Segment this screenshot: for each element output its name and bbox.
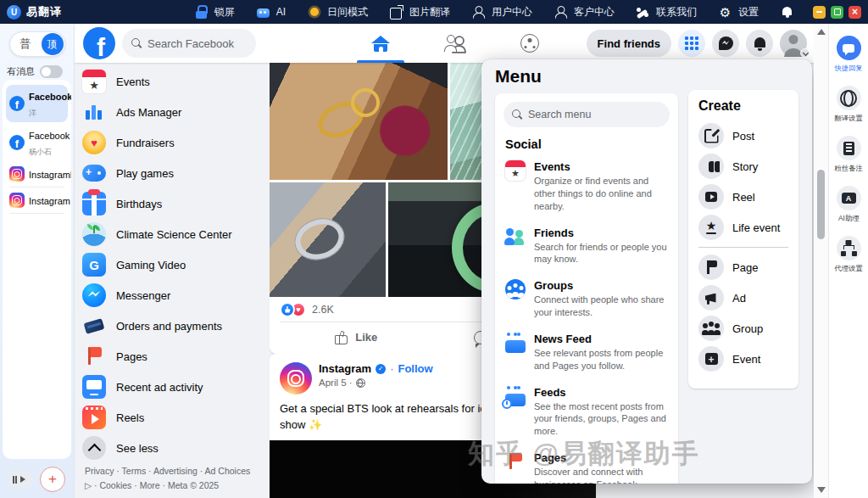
ai-assistant-button[interactable]: AI助理: [829, 186, 868, 224]
create-life-event[interactable]: Life event: [698, 212, 788, 243]
fan-notes-button[interactable]: 粉丝备注: [829, 136, 868, 174]
create-group[interactable]: Group: [698, 313, 788, 344]
create-event[interactable]: Event: [698, 344, 788, 374]
create-reel[interactable]: Reel: [698, 182, 788, 212]
notifications-button[interactable]: [780, 5, 794, 20]
nav-item-events[interactable]: Events: [75, 66, 270, 97]
account-item-facebook-1[interactable]: Facebook洋: [6, 85, 68, 122]
menu-section-social: Social: [505, 137, 668, 151]
story-book-icon: [698, 154, 724, 179]
nav-item-see-less[interactable]: See less: [75, 433, 270, 463]
tab-home[interactable]: [354, 24, 407, 63]
translate-settings-button[interactable]: 翻译设置: [829, 86, 868, 124]
nav-item-birthdays[interactable]: Birthdays: [75, 188, 270, 219]
menu-item-events[interactable]: EventsOrganize or find events and other …: [504, 153, 670, 219]
create-ad[interactable]: Ad: [698, 283, 788, 313]
nav-item-messenger[interactable]: Messenger: [75, 280, 270, 311]
day-mode-button[interactable]: 日间模式: [307, 5, 368, 20]
mode-top-tab[interactable]: 顶: [42, 33, 64, 55]
ai-button[interactable]: AI: [256, 5, 286, 20]
facebook-search[interactable]: [122, 29, 256, 58]
post-author[interactable]: Instagram: [319, 362, 371, 375]
star-stand-icon: [698, 215, 724, 240]
like-button[interactable]: Like: [280, 324, 433, 350]
quick-reply-button[interactable]: 快捷回复: [829, 36, 868, 74]
menu-item-groups[interactable]: GroupsConnect with people who share your…: [504, 271, 670, 325]
user-center-button[interactable]: 用户中心: [471, 5, 532, 20]
create-post[interactable]: Post: [698, 120, 788, 151]
account-item-facebook-2[interactable]: Facebook杨小石: [6, 124, 68, 161]
maximize-button[interactable]: [831, 6, 843, 19]
menu-item-friends[interactable]: FriendsSearch for friends or people you …: [504, 219, 670, 272]
proxy-settings-button[interactable]: 代理设置: [829, 236, 868, 274]
gear-icon: [718, 5, 732, 20]
settings-button[interactable]: 设置: [718, 5, 759, 20]
nav-item-gaming-video[interactable]: Gaming Video: [75, 249, 270, 280]
find-friends-button[interactable]: Find friends: [587, 30, 671, 57]
instagram-icon: [9, 193, 25, 208]
account-avatar-button[interactable]: [780, 30, 807, 57]
page-scrollbar[interactable]: [814, 24, 828, 498]
tab-groups[interactable]: [504, 24, 556, 63]
apps-grid-button[interactable]: [678, 30, 705, 57]
window-controls: [813, 6, 861, 19]
close-button[interactable]: [849, 6, 861, 19]
has-message-toggle[interactable]: [40, 65, 63, 78]
lock-screen-label: 锁屏: [214, 5, 235, 20]
menu-item-pages[interactable]: PagesDiscover and connect with businesse…: [504, 444, 670, 484]
follow-link[interactable]: Follow: [398, 362, 432, 375]
footer-links-line2[interactable]: ▷ · Cookies · More · Meta © 2025: [85, 480, 219, 490]
lock-screen-button[interactable]: 锁屏: [194, 4, 235, 20]
image-translate-button[interactable]: 图片翻译: [389, 5, 450, 20]
post-photo-silver-bracelet[interactable]: [270, 182, 386, 297]
account-item-instagram-1[interactable]: Instagramb...: [6, 163, 68, 185]
reactions-count[interactable]: 2.6K: [312, 304, 334, 316]
like-reaction-icon[interactable]: [280, 302, 295, 317]
divider: [9, 187, 64, 187]
divider: [9, 213, 64, 214]
facebook-left-nav: Events Ads Manager Fundraisers Play game…: [75, 63, 270, 498]
notifications-bell-button[interactable]: [746, 30, 773, 57]
nav-item-recent-ad-activity[interactable]: Recent ad activity: [75, 372, 270, 402]
instagram-avatar-icon[interactable]: [280, 362, 312, 394]
create-story[interactable]: Story: [698, 151, 788, 182]
facebook-logo-icon[interactable]: [83, 27, 115, 59]
messenger-button[interactable]: [712, 30, 739, 57]
scrollbar-thumb[interactable]: [817, 170, 825, 239]
post-photo-bracelets[interactable]: [270, 63, 448, 180]
nav-item-ads-manager[interactable]: Ads Manager: [75, 97, 270, 127]
minimize-button[interactable]: [813, 6, 826, 19]
tab-friends[interactable]: [429, 24, 481, 63]
menu-search[interactable]: [504, 102, 670, 127]
collapse-rail-button[interactable]: [8, 470, 32, 489]
robot-icon: [256, 5, 270, 20]
notebook-icon: [837, 136, 861, 160]
mode-toggle[interactable]: 普 顶: [9, 31, 65, 57]
nav-item-pages[interactable]: Pages: [75, 341, 270, 372]
mode-normal-tab[interactable]: 普: [10, 36, 42, 52]
friends-icon: [444, 35, 466, 52]
search-icon: [131, 38, 142, 48]
customer-center-label: 客户中心: [574, 5, 615, 20]
nav-item-orders-and-payments[interactable]: Orders and payments: [75, 311, 270, 341]
contact-us-button[interactable]: 联系我们: [636, 5, 697, 20]
create-page[interactable]: Page: [698, 252, 788, 283]
nav-item-fundraisers[interactable]: Fundraisers: [75, 127, 270, 158]
scroll-down-arrow-icon[interactable]: [817, 487, 826, 493]
ad-screen-icon: [82, 375, 106, 399]
gift-icon: [82, 192, 106, 215]
search-input[interactable]: [147, 37, 241, 50]
footer-links-line1[interactable]: Privacy · Terms · Advertising · Ad Choic…: [85, 466, 250, 476]
add-account-button[interactable]: [40, 467, 65, 492]
account-item-instagram-2[interactable]: Instagram: [6, 189, 68, 211]
scroll-up-arrow-icon[interactable]: [817, 29, 826, 35]
public-globe-icon: [356, 378, 365, 388]
nav-item-reels[interactable]: Reels: [75, 402, 270, 433]
menu-search-input[interactable]: [528, 109, 655, 120]
nav-item-play-games[interactable]: Play games: [75, 158, 270, 188]
nav-item-climate-science-center[interactable]: Climate Science Center: [75, 219, 270, 249]
menu-item-feeds[interactable]: FeedsSee the most recent posts from your…: [504, 378, 670, 445]
menu-item-news-feed[interactable]: News FeedSee relevant posts from people …: [504, 325, 670, 378]
customer-center-button[interactable]: 客户中心: [554, 5, 615, 20]
messenger-bolt-icon: [82, 283, 106, 307]
